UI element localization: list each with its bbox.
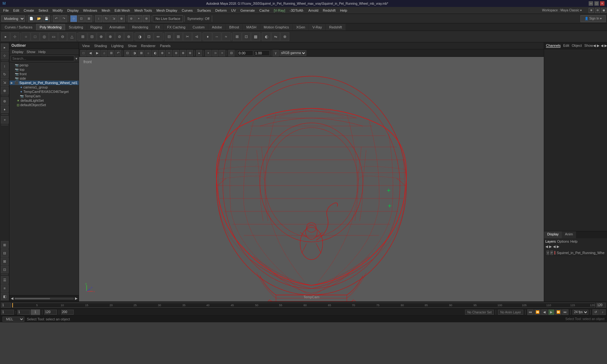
menu-select[interactable]: Select	[37, 8, 50, 13]
outliner-menu-show[interactable]: Show	[25, 50, 37, 54]
layers-sub-tab[interactable]: Layers	[545, 240, 556, 243]
vp-prev-btn[interactable]: ◀	[87, 50, 94, 56]
channel-box-tool[interactable]: ☰	[1, 276, 9, 284]
multi-cut-btn[interactable]: ✂	[183, 32, 192, 41]
select-btn[interactable]: ⊹	[70, 15, 77, 22]
status-mode-select[interactable]: MEL Python	[3, 317, 24, 322]
play-back-btn[interactable]: ◀	[541, 309, 548, 315]
relax-btn[interactable]: ≈	[222, 32, 230, 41]
go-end-btn[interactable]: ⏭	[562, 309, 568, 315]
vp-next-btn[interactable]: ▶	[94, 50, 101, 56]
insert-edge-loop-btn[interactable]: ⊟	[165, 32, 174, 41]
vp-home-btn[interactable]: ⌂	[101, 50, 107, 56]
menu-mesh-tools[interactable]: Mesh Tools	[132, 8, 154, 13]
soft-sel-btn[interactable]: ⊚	[128, 15, 135, 22]
menu-file[interactable]: File	[1, 8, 11, 13]
tab-animation[interactable]: Animation	[106, 24, 128, 30]
tree-item-squirrel[interactable]: ▶ ⬛ Squirrel_in_Pet_Running_Wheel_nd1	[9, 81, 79, 85]
menu-modify[interactable]: Modify	[51, 8, 64, 13]
offset-edge-btn[interactable]: ⊞	[174, 32, 183, 41]
channels-tab[interactable]: Channels	[546, 44, 561, 48]
vp-menu-view[interactable]: View	[80, 44, 92, 48]
layer-v-btn[interactable]: V	[547, 251, 549, 255]
menu-deform[interactable]: Deform	[213, 8, 229, 13]
quick-render-tool[interactable]: ⊟	[1, 249, 9, 257]
crease-btn[interactable]: ⊗	[280, 32, 289, 41]
vp-select-cam-btn[interactable]: □	[80, 50, 87, 56]
tree-item-front[interactable]: 📷 front	[9, 72, 79, 76]
edit-tab-ch[interactable]: Edit	[563, 44, 569, 48]
vp-texture-btn[interactable]: ⊠	[138, 50, 144, 56]
smooth-btn[interactable]: ◑	[135, 32, 144, 41]
vp-hud-btn[interactable]: ⊗	[180, 50, 186, 56]
menu-vray-bracket[interactable]: [V-Ray]	[272, 8, 287, 13]
vp-dof-btn[interactable]: ⊚	[173, 50, 179, 56]
timeline-track[interactable]: 5 10 15 20 25 30 35 40 45 50 55 60 65 70…	[12, 303, 595, 308]
maximize-btn[interactable]: □	[594, 1, 599, 6]
vp-shadow-btn[interactable]: ◐	[152, 50, 158, 56]
render-settings-tool[interactable]: ⊞	[1, 241, 9, 249]
menu-3dtoall[interactable]: -3DToAll-	[288, 8, 306, 13]
vp-menu-show[interactable]: Show	[126, 44, 139, 48]
mode-select[interactable]: Modeling	[1, 15, 25, 22]
create-poly-plane-btn[interactable]: ▭	[49, 32, 58, 41]
bridge-btn[interactable]: ⊗	[106, 32, 115, 41]
tab-bifrost[interactable]: Bifrost	[226, 24, 242, 30]
outliner-menu-display[interactable]: Display	[11, 50, 25, 54]
menu-surfaces[interactable]: Surfaces	[195, 8, 213, 13]
menu-help[interactable]: Help	[338, 8, 349, 13]
step-back-btn[interactable]: ⏪	[534, 309, 541, 315]
tree-item-top[interactable]: 📷 top	[9, 67, 79, 72]
menu-arnold[interactable]: Arnold	[306, 8, 320, 13]
tree-item-tempcam[interactable]: 📷 TempCam	[9, 94, 79, 98]
vp-smooth-shade-btn[interactable]: ◑	[131, 50, 138, 56]
slide-btn[interactable]: ↔	[212, 32, 221, 41]
tree-item-default-obj-set[interactable]: ⊡ defaultObjectSet	[9, 103, 79, 107]
create-poly-cube-btn[interactable]: □	[31, 32, 40, 41]
layer-prev2-icon[interactable]: ◀	[553, 245, 555, 249]
tree-item-default-light-set[interactable]: ☀ defaultLightSet	[9, 98, 79, 103]
current-frame-input[interactable]: 1	[1, 310, 14, 315]
layer-next-icon[interactable]: ▶	[549, 245, 552, 249]
sculpt-tool-left[interactable]: ♦	[1, 106, 9, 113]
create-poly-torus-btn[interactable]: ⊖	[58, 32, 67, 41]
paint-btn[interactable]: ⊠	[85, 15, 92, 22]
outliner-menu-help[interactable]: Help	[37, 50, 47, 54]
tab-motion-graphics[interactable]: Motion Graphics	[260, 24, 292, 30]
move-tool[interactable]: ↕	[1, 62, 9, 70]
menu-edit[interactable]: Edit	[11, 8, 21, 13]
vp-val2-input[interactable]: 1.00	[254, 50, 270, 56]
symmetrize-btn[interactable]: ⇋	[271, 32, 280, 41]
play-fwd-btn[interactable]: ▶	[548, 309, 555, 315]
ch-icon-1[interactable]: ◀	[593, 44, 596, 48]
bevel-btn[interactable]: ⊘	[115, 32, 124, 41]
display-tab[interactable]: Display	[544, 231, 562, 238]
save-scene-btn[interactable]: 💾	[43, 15, 50, 22]
menu-create[interactable]: Create	[22, 8, 36, 13]
move-btn[interactable]: ↕	[95, 15, 102, 22]
retopo-btn[interactable]: ⊡	[144, 32, 153, 41]
tab-mash[interactable]: MASH	[243, 24, 260, 30]
vp-menu-lighting[interactable]: Lighting	[109, 44, 126, 48]
layout-btn1[interactable]: ⊞	[589, 8, 594, 13]
open-scene-btn[interactable]: 📂	[35, 15, 42, 22]
lasso-btn[interactable]: ⊡	[78, 15, 85, 22]
tab-adobe[interactable]: Adobe	[208, 24, 225, 30]
select-tool[interactable]: ▸	[1, 44, 9, 51]
vp-menu-renderer[interactable]: Renderer	[139, 44, 157, 48]
tab-redshift[interactable]: Redshift	[326, 24, 345, 30]
no-anim-layer-label[interactable]: No Anim Layer	[498, 310, 523, 315]
object-tab-ch[interactable]: Object	[572, 44, 582, 48]
uv-layout-btn[interactable]: ▩	[251, 32, 260, 41]
unfold-btn[interactable]: ⊠	[233, 32, 242, 41]
vp-gate-btn[interactable]: ⊛	[187, 50, 193, 56]
options-sub-tab[interactable]: Options	[557, 240, 569, 243]
create-poly-sphere-btn[interactable]: ○	[21, 32, 30, 41]
layer-prev-icon[interactable]: ◀	[545, 245, 548, 249]
ch-icon-2[interactable]: ▶	[597, 44, 599, 48]
render-view-tool[interactable]: ⊡	[1, 266, 9, 273]
vp-gamma-select[interactable]: sRGB gamma	[279, 50, 306, 56]
vp-menu-panels[interactable]: Panels	[158, 44, 173, 48]
step-fwd-btn[interactable]: ⏩	[555, 309, 561, 315]
layer-next2-icon[interactable]: ▶	[557, 245, 559, 249]
